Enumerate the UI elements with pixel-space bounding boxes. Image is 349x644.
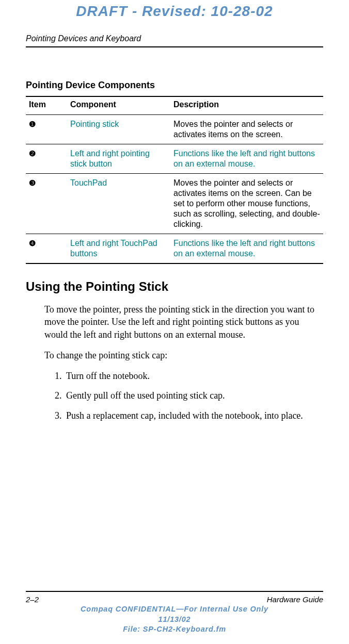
item-number: ❹ [29,239,36,247]
table-row: ❸ TouchPad Moves the pointer and selects… [26,174,323,234]
description-cell: Functions like the left and right button… [170,144,323,174]
component-cell: Left and right pointing stick button [67,144,170,174]
ordered-list: 1.Turn off the notebook. 2.Gently pull o… [55,370,323,422]
section-heading: Using the Pointing Stick [26,279,323,294]
list-text: Turn off the notebook. [66,370,150,382]
th-description: Description [170,96,323,115]
draft-watermark: DRAFT - Revised: 10-28-02 [0,3,349,20]
table-row: ❶ Pointing stick Moves the pointer and s… [26,115,323,144]
item-number: ❷ [29,149,36,158]
list-text: Gently pull off the used pointing stick … [66,389,225,402]
component-cell: Pointing stick [67,115,170,144]
paragraph: To change the pointing stick cap: [44,349,323,361]
item-number: ❶ [29,120,36,128]
conf-line: Compaq CONFIDENTIAL—For Internal Use Onl… [0,604,349,615]
description-cell: Moves the pointer and selects or activat… [170,115,323,144]
list-number: 2. [55,389,66,402]
list-number: 1. [55,370,66,382]
table-row: ❹ Left and right TouchPad buttons Functi… [26,234,323,264]
list-number: 3. [55,409,66,422]
description-cell: Moves the pointer and selects or activat… [170,174,323,234]
paragraph: To move the pointer, press the pointing … [44,303,323,341]
table-row: ❷ Left and right pointing stick button F… [26,144,323,174]
list-text: Push a replacement cap, included with th… [66,409,303,422]
header-rule [26,46,323,47]
item-number: ❸ [29,178,36,187]
conf-line: File: SP-CH2-Keyboard.fm [0,624,349,635]
footer-rule [26,591,323,592]
table-title: Pointing Device Components [26,80,323,91]
component-cell: Left and right TouchPad buttons [67,234,170,264]
component-cell: TouchPad [67,174,170,234]
list-item: 2.Gently pull off the used pointing stic… [55,389,323,402]
th-component: Component [67,96,170,115]
th-item: Item [26,96,67,115]
running-header: Pointing Devices and Keyboard [26,34,141,43]
description-cell: Functions like the left and right button… [170,234,323,264]
confidential-footer: Compaq CONFIDENTIAL—For Internal Use Onl… [0,604,349,635]
page-number: 2–2 [26,595,39,604]
list-item: 1.Turn off the notebook. [55,370,323,382]
list-item: 3.Push a replacement cap, included with … [55,409,323,422]
guide-name: Hardware Guide [267,595,323,604]
components-table: Item Component Description ❶ Pointing st… [26,96,323,264]
conf-line: 11/13/02 [0,615,349,625]
